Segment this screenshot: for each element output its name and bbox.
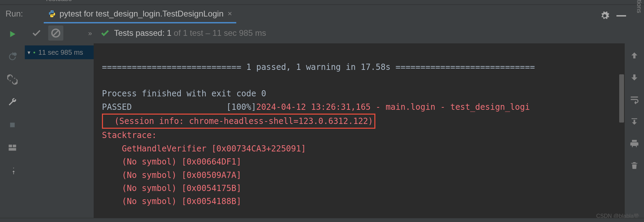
scroll-up-icon[interactable] <box>629 50 640 61</box>
stop-button[interactable] <box>7 120 18 130</box>
python-icon <box>48 10 56 18</box>
svg-point-0 <box>51 11 51 12</box>
test-toolbar: » Tests passed: 1 of 1 test – 11 sec 985… <box>25 23 625 43</box>
svg-rect-5 <box>9 145 12 147</box>
svg-rect-2 <box>616 15 626 17</box>
run-panel-label: Run: <box>6 9 23 19</box>
truncated-file-label: Testcase <box>45 0 72 3</box>
status-bar <box>0 218 644 222</box>
scroll-down-icon[interactable] <box>629 72 640 83</box>
soft-wrap-icon[interactable] <box>629 94 640 105</box>
trash-icon[interactable] <box>629 160 640 171</box>
scroll-to-end-icon[interactable] <box>629 116 640 127</box>
run-config-tab[interactable]: pytest for test_design_login.TestDesignL… <box>44 5 236 23</box>
svg-point-3 <box>13 53 17 56</box>
check-green-icon <box>100 28 110 38</box>
expand-toggle[interactable]: » <box>88 29 92 37</box>
print-icon[interactable] <box>629 138 640 149</box>
svg-rect-7 <box>9 148 16 151</box>
session-info-highlight: (Session info: chrome-headless-shell=123… <box>102 114 375 129</box>
svg-rect-6 <box>13 145 16 147</box>
show-passed-button[interactable] <box>29 25 44 41</box>
pin-icon[interactable] <box>7 165 18 176</box>
run-tab-row: Run: pytest for test_design_login.TestDe… <box>0 5 644 23</box>
test-tree: ▾ ● 11 sec 985 ms <box>25 43 94 222</box>
console-line: (No symbol) [0x0054188B] <box>102 197 241 206</box>
console-output[interactable]: ============================ 1 passed, 1… <box>94 43 625 222</box>
minimize-icon[interactable] <box>616 15 626 17</box>
toggle-auto-test-button[interactable] <box>7 74 18 85</box>
scrollbar-thumb[interactable] <box>619 74 624 123</box>
pass-dot-icon: ● <box>33 50 35 55</box>
show-ignored-button[interactable] <box>48 25 63 41</box>
rerun-failed-button[interactable] <box>7 52 18 62</box>
test-summary: Tests passed: 1 of 1 test – 11 sec 985 m… <box>114 28 266 38</box>
svg-rect-4 <box>10 123 14 127</box>
layout-icon[interactable] <box>7 142 18 153</box>
run-button[interactable] <box>7 29 18 39</box>
right-action-gutter <box>625 23 644 222</box>
console-line: (No symbol) [0x0054175B] <box>102 183 241 193</box>
chevron-down-icon: ▾ <box>28 49 30 56</box>
wrench-icon[interactable] <box>7 97 18 107</box>
tab-active-underline <box>44 22 236 23</box>
console-line: (No symbol) [0x00664DF1] <box>102 157 241 167</box>
tab-label: pytest for test_design_login.TestDesignL… <box>60 9 224 19</box>
svg-line-9 <box>53 31 59 36</box>
test-root-time: 11 sec 985 ms <box>38 49 83 56</box>
console-line: GetHandleVerifier [0x00734CA3+225091] <box>102 144 306 154</box>
svg-point-1 <box>53 16 53 17</box>
gear-icon[interactable] <box>600 11 610 21</box>
left-action-gutter <box>0 23 25 222</box>
console-line: (No symbol) [0x00509A7A] <box>102 170 241 180</box>
console-line: Stacktrace: <box>102 130 157 140</box>
close-icon[interactable]: × <box>228 9 232 18</box>
console-line: Process finished with exit code 0 <box>102 89 266 98</box>
test-root-item[interactable]: ▾ ● 11 sec 985 ms <box>25 45 94 59</box>
console-line: PASSED [100%]2024-04-12 13:26:31,165 - m… <box>102 102 530 112</box>
console-line: ============================ 1 passed, 1… <box>102 62 535 72</box>
right-panel-text: tions <box>635 0 643 13</box>
